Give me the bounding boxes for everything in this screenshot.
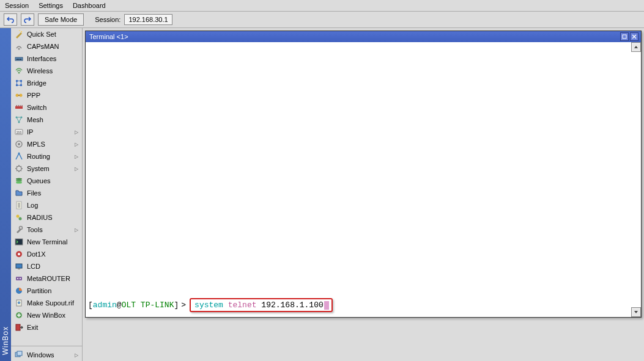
svg-rect-6 <box>20 59 21 60</box>
sidebar-item-interfaces[interactable]: Interfaces <box>11 53 82 65</box>
terminal-prompt-line: [admin@OLT TP-LINK]> system telnet 192.1… <box>88 298 333 312</box>
sidebar-item-wireless[interactable]: Wireless <box>11 65 82 77</box>
sidebar-item-label: CAPsMAN <box>27 43 78 50</box>
content-area: Terminal <1> [admin@OLT TP-LINK]> <box>83 28 644 361</box>
chevron-right-icon: ▷ <box>75 154 78 159</box>
chevron-right-icon: ▷ <box>75 352 78 358</box>
svg-point-38 <box>20 278 21 279</box>
svg-point-7 <box>18 72 20 74</box>
svg-point-30 <box>20 227 23 230</box>
sidebar-item-capsman[interactable]: CAPsMAN <box>11 40 82 53</box>
prompt-host: OLT TP-LINK <box>122 301 174 310</box>
sidebar-item-label: IP <box>27 128 71 136</box>
sidebar-item-supout[interactable]: Make Supout.rif <box>11 297 82 309</box>
menu-session[interactable]: Session <box>5 2 29 9</box>
metarouter-icon <box>15 274 23 283</box>
svg-rect-34 <box>16 264 22 268</box>
close-button[interactable] <box>630 32 638 41</box>
sidebar-item-label: RADIUS <box>27 214 78 221</box>
terminal-titlebar[interactable]: Terminal <1> <box>86 31 641 42</box>
ppp-icon <box>15 91 23 100</box>
sidebar-item-mpls[interactable]: MPLS▷ <box>11 138 82 150</box>
prompt-gt: > <box>181 301 186 310</box>
menubar: Session Settings Dashboard <box>0 0 644 11</box>
mpls-icon <box>15 140 23 148</box>
sidebar-item-switch[interactable]: Switch <box>11 101 82 114</box>
svg-point-25 <box>16 180 22 182</box>
sidebar-item-ppp[interactable]: PPP <box>11 89 82 101</box>
log-icon <box>15 201 23 210</box>
safe-mode-button[interactable]: Safe Mode <box>38 13 84 26</box>
sidebar-item-label: Queues <box>27 177 78 184</box>
svg-rect-10 <box>16 84 18 86</box>
sidebar-item-bridge[interactable]: Bridge <box>11 77 82 89</box>
sidebar-item-windows[interactable]: Windows▷ <box>11 349 82 361</box>
svg-rect-36 <box>16 277 22 280</box>
dot1x-icon <box>15 250 23 258</box>
minimize-button[interactable] <box>620 32 629 41</box>
sidebar-item-label: Dot1X <box>27 250 78 258</box>
terminal-title: Terminal <1> <box>88 33 619 40</box>
svg-point-26 <box>16 182 22 184</box>
sidebar-item-label: MPLS <box>27 140 71 148</box>
sidebar-item-label: System <box>27 165 71 172</box>
sidebar-item-label: PPP <box>27 92 78 99</box>
svg-point-0 <box>21 31 22 32</box>
terminal-window: Terminal <1> [admin@OLT TP-LINK]> <box>85 31 642 318</box>
sidebar-item-radius[interactable]: RADIUS <box>11 211 82 224</box>
routing-icon <box>15 152 23 161</box>
menu-dashboard[interactable]: Dashboard <box>73 2 106 9</box>
sidebar-item-ip[interactable]: 255IP▷ <box>11 126 82 138</box>
ip-icon: 255 <box>15 128 23 136</box>
svg-point-13 <box>20 94 23 97</box>
sidebar-item-label: Files <box>27 189 78 197</box>
sidebar-item-files[interactable]: Files <box>11 187 82 199</box>
sidebar-item-mesh[interactable]: Mesh <box>11 114 82 126</box>
radius-icon <box>15 213 23 222</box>
svg-rect-5 <box>18 59 20 60</box>
toolbar: Safe Mode Session: 192.168.30.1 <box>0 11 644 28</box>
sidebar-item-lcd[interactable]: LCD <box>11 260 82 272</box>
sidebar-item-label: Log <box>27 202 78 209</box>
command-subcommand: telnet <box>228 301 257 310</box>
interfaces-icon <box>15 54 23 63</box>
sidebar-item-exit[interactable]: Exit <box>11 321 82 334</box>
chevron-right-icon: ▷ <box>75 227 78 233</box>
terminal-body[interactable]: [admin@OLT TP-LINK]> system telnet 192.1… <box>86 42 641 317</box>
command-argument: 192.168.1.100 <box>261 301 323 310</box>
sidebar-item-metarouter[interactable]: MetaROUTER <box>11 272 82 285</box>
scroll-up-button[interactable] <box>631 42 641 52</box>
prompt-bracket-close: ] <box>174 301 179 310</box>
prompt-user: admin <box>93 301 117 310</box>
svg-rect-41 <box>16 324 20 330</box>
lcd-icon <box>15 262 23 271</box>
left-rail-text: WinBox <box>1 326 10 355</box>
sidebar-item-label: Wireless <box>27 67 78 75</box>
undo-button[interactable] <box>4 13 17 26</box>
svg-point-2 <box>18 48 20 50</box>
svg-point-21 <box>18 143 20 145</box>
scroll-down-button[interactable] <box>631 307 641 317</box>
sidebar-item-queues[interactable]: Queues <box>11 175 82 187</box>
sidebar-item-new-terminal[interactable]: New Terminal <box>11 236 82 248</box>
sidebar-item-label: Partition <box>27 287 78 294</box>
session-address[interactable]: 192.168.30.1 <box>124 14 172 25</box>
sidebar-item-system[interactable]: System▷ <box>11 162 82 175</box>
menu-settings[interactable]: Settings <box>39 2 63 9</box>
sidebar-item-new-winbox[interactable]: New WinBox <box>11 309 82 321</box>
session-label: Session: <box>95 16 120 23</box>
svg-rect-35 <box>18 268 20 269</box>
exit-icon <box>15 323 23 332</box>
sidebar-item-dot1x[interactable]: Dot1X <box>11 248 82 260</box>
sidebar: Quick SetCAPsMANInterfacesWirelessBridge… <box>11 28 83 361</box>
sidebar-item-routing[interactable]: Routing▷ <box>11 150 82 162</box>
redo-button[interactable] <box>21 13 34 26</box>
sidebar-item-log[interactable]: Log <box>11 199 82 211</box>
sidebar-item-label: Routing <box>27 153 71 160</box>
windows-icon <box>15 351 23 359</box>
partition-icon <box>15 286 23 295</box>
sidebar-item-wand[interactable]: Quick Set <box>11 28 82 40</box>
sidebar-item-tools[interactable]: Tools▷ <box>11 224 82 236</box>
sidebar-item-partition[interactable]: Partition <box>11 285 82 297</box>
sidebar-item-label: Make Supout.rif <box>27 299 78 307</box>
